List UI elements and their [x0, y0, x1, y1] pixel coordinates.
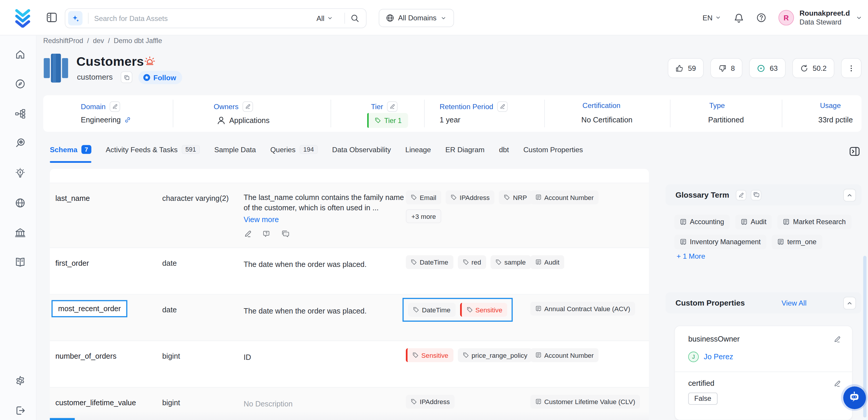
insights-bulb-icon[interactable] [14, 167, 26, 179]
tab-queries-label: Queries [270, 145, 295, 154]
tag-chip[interactable]: Email [406, 190, 441, 204]
all-domains-dropdown[interactable]: All Domains [379, 9, 454, 27]
glossary-book-icon[interactable] [14, 256, 26, 268]
tab-custom-properties[interactable]: Custom Properties [523, 145, 583, 156]
table-row[interactable]: last_name character varying(2) The last_… [50, 183, 649, 248]
sidebar-toggle-icon[interactable] [45, 11, 58, 24]
tab-activity-feeds[interactable]: Activity Feeds & Tasks 591 [106, 145, 200, 156]
tag-chip[interactable]: DateTime [406, 255, 453, 269]
tab-lineage[interactable]: Lineage [405, 145, 431, 156]
edit-glossary-terms-button[interactable] [736, 190, 746, 200]
glossary-term-chip[interactable]: Account Number [530, 348, 599, 362]
owners-value[interactable]: Applications [229, 116, 270, 124]
logout-icon[interactable] [14, 404, 26, 416]
glossary-term-chip[interactable]: Account Number [530, 190, 599, 204]
settings-gear-icon[interactable] [14, 375, 26, 386]
edit-domain-button[interactable] [110, 101, 120, 112]
governance-bank-icon[interactable] [14, 227, 26, 239]
edit-tier-button[interactable] [387, 101, 398, 112]
language-selector[interactable]: EN [703, 13, 721, 22]
app-logo[interactable] [14, 9, 31, 28]
column-name[interactable]: last_name [56, 194, 90, 203]
tag-chip[interactable]: DateTime [408, 303, 456, 317]
explore-compass-icon[interactable] [14, 78, 26, 90]
chatbot-button[interactable] [841, 384, 868, 411]
table-row[interactable]: first_order date The date when the order… [50, 248, 649, 295]
copy-name-button[interactable] [121, 71, 132, 83]
view-more-link[interactable]: View more [244, 214, 410, 225]
tier-chip[interactable]: Tier 1 [367, 113, 408, 128]
view-all-link[interactable]: View All [782, 299, 807, 307]
tag-chip[interactable]: price_range_policy [458, 348, 532, 362]
glossary-term-chip[interactable]: Customer Lifetime Value (CLV) [530, 395, 640, 409]
discovery-search-eye-icon[interactable] [14, 138, 26, 149]
glossary-term-chip[interactable]: term_one [772, 235, 822, 249]
search-input[interactable] [94, 14, 316, 22]
upvote-button[interactable]: 59 [668, 58, 704, 78]
tag-chip[interactable]: sample [491, 255, 531, 269]
highlighted-column-name[interactable]: most_recent_order [52, 300, 128, 317]
table-row-highlighted[interactable]: most_recent_order date The date when the… [50, 295, 649, 341]
home-icon[interactable] [14, 49, 26, 60]
more-tags-chip[interactable]: +3 more [406, 209, 441, 223]
property-value[interactable]: Jo Perez [704, 353, 733, 361]
highlighted-tags-box[interactable]: DateTime Sensitive [403, 298, 513, 322]
tag-chip[interactable]: red [458, 255, 486, 269]
glossary-term-chip[interactable]: Accounting [674, 215, 730, 229]
link-icon[interactable] [124, 116, 131, 123]
glossary-term-chip[interactable]: Market Research [777, 215, 851, 229]
tab-er-diagram[interactable]: ER Diagram [445, 145, 485, 156]
follow-button[interactable]: Follow [138, 71, 182, 84]
usage-score-button[interactable]: 50.2 [792, 58, 834, 78]
tab-sample-data[interactable]: Sample Data [214, 145, 256, 156]
global-search-bar[interactable]: All [65, 8, 367, 28]
request-description-icon[interactable] [262, 230, 271, 238]
glossary-more-link[interactable]: + 1 More [677, 252, 705, 260]
edit-property-icon[interactable] [833, 335, 841, 343]
alert-siren-icon[interactable] [144, 56, 155, 67]
notifications-bell-icon[interactable] [734, 12, 744, 23]
more-options-button[interactable] [841, 58, 862, 78]
tab-data-observability[interactable]: Data Observability [332, 145, 391, 156]
conversation-icon[interactable] [281, 230, 290, 238]
downvote-button[interactable]: 8 [710, 58, 742, 78]
tag-chip[interactable]: IPAddress [406, 395, 455, 409]
collapse-custom-properties-button[interactable] [843, 296, 856, 309]
glossary-conversation-button[interactable] [751, 190, 762, 200]
property-value-user[interactable]: J Jo Perez [688, 352, 733, 362]
user-menu[interactable]: R Rounakpreet.d Data Steward [778, 9, 862, 27]
user-avatar[interactable]: R [778, 10, 794, 26]
tag-chip[interactable]: IPAddress [446, 190, 495, 204]
column-name[interactable]: customer_lifetime_value [56, 399, 136, 407]
sensitive-tag-chip[interactable]: Sensitive [406, 348, 453, 362]
search-scope-dropdown[interactable]: All [316, 14, 333, 22]
collapse-glossary-panel-button[interactable] [843, 188, 856, 201]
domain-value[interactable]: Engineering [81, 116, 121, 124]
search-icon[interactable] [350, 14, 359, 23]
help-icon[interactable] [756, 13, 766, 23]
collapse-right-panel-icon[interactable] [848, 145, 861, 158]
glossary-term-chip[interactable]: Audit [530, 255, 564, 269]
glossary-term-chip[interactable]: Annual Contract Value (ACV) [530, 302, 635, 316]
sensitive-tag-chip[interactable]: Sensitive [460, 303, 507, 317]
edit-retention-button[interactable] [497, 101, 507, 112]
quality-score-button[interactable]: 63 [749, 58, 785, 78]
edit-description-icon[interactable] [244, 230, 252, 238]
domains-globe-icon[interactable] [14, 197, 26, 209]
breadcrumb-schema[interactable]: Demo dbt Jaffle [114, 37, 162, 45]
lineage-network-icon[interactable] [14, 108, 26, 119]
ai-sparkle-icon[interactable] [68, 11, 83, 26]
edit-owners-button[interactable] [242, 101, 253, 112]
breadcrumb-service[interactable]: RedshiftProd [43, 37, 83, 45]
edit-property-icon[interactable] [833, 380, 841, 387]
glossary-term-chip[interactable]: Inventory Management [674, 235, 766, 249]
column-name[interactable]: number_of_orders [56, 352, 117, 360]
tab-dbt[interactable]: dbt [499, 145, 509, 156]
breadcrumb-database[interactable]: dev [93, 37, 104, 45]
tab-queries[interactable]: Queries 194 [270, 145, 318, 156]
column-name[interactable]: first_order [56, 259, 89, 268]
table-row[interactable]: number_of_orders bigint ID Sensitive pri… [50, 341, 649, 388]
tab-schema[interactable]: Schema 7 [50, 145, 91, 156]
tag-chip[interactable]: NRP [499, 190, 532, 204]
glossary-term-chip[interactable]: Audit [735, 215, 772, 229]
